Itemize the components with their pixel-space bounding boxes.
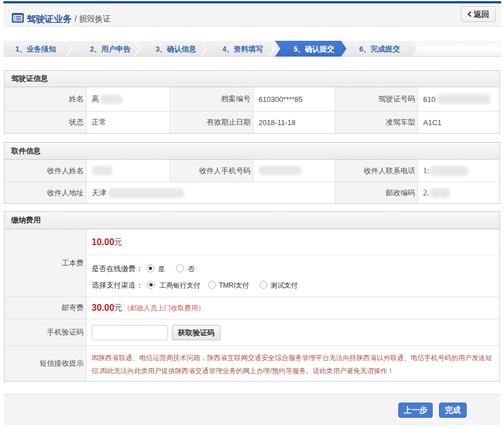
svg-text:2、用户申告: 2、用户申告 <box>90 45 131 53</box>
svg-text:4、资料填写: 4、资料填写 <box>222 45 263 53</box>
svg-text:3、确认信息: 3、确认信息 <box>156 45 196 53</box>
svg-text:6、完成提交: 6、完成提交 <box>359 45 400 53</box>
svg-text:1、业务须知: 1、业务须知 <box>15 45 56 53</box>
svg-text:5、确认提交: 5、确认提交 <box>294 45 334 53</box>
